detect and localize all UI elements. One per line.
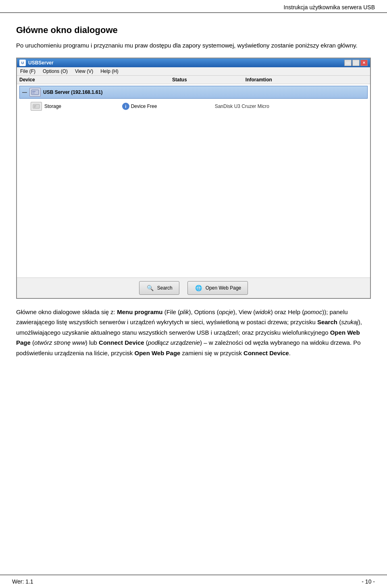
- svg-rect-4: [34, 106, 36, 106]
- screenshot-window: U USBServer — □ ✕ File (F) Options (O) V…: [16, 58, 371, 299]
- app-icon: U: [19, 60, 26, 66]
- close-button[interactable]: ✕: [360, 60, 368, 66]
- col-header-info: Inforamtion: [246, 77, 368, 83]
- body-paragraph-1: Główne okno dialogowe składa się z: Menu…: [16, 307, 371, 358]
- search-button[interactable]: 🔍 Search: [139, 281, 179, 295]
- svg-rect-1: [32, 91, 35, 92]
- table-header: Device Status Inforamtion: [17, 76, 370, 84]
- svg-rect-0: [31, 90, 39, 95]
- menu-file[interactable]: File (F): [19, 68, 37, 75]
- window-title: USBServer: [28, 60, 54, 66]
- col-header-device: Device: [19, 77, 172, 83]
- search-icon: 🔍: [146, 284, 155, 292]
- open-web-page-button[interactable]: 🌐 Open Web Page: [187, 281, 248, 295]
- restore-button[interactable]: □: [352, 60, 360, 66]
- document-title: Instrukcja użytkownika serwera USB: [284, 4, 375, 10]
- col-header-status: Status: [172, 77, 246, 83]
- page-footer: Wer: 1.1 - 10 -: [0, 575, 387, 588]
- svg-rect-3: [33, 104, 40, 108]
- main-content: Główne okno dialogowe Po uruchomieniu pr…: [0, 13, 387, 386]
- intro-text: Po uruchomieniu programu i przyznaniu mu…: [16, 41, 371, 50]
- tree-area: — USB Server (192.168.1.61): [17, 84, 370, 277]
- window-titlebar: U USBServer — □ ✕: [17, 58, 370, 67]
- device-status-text: Device Free: [131, 104, 157, 109]
- page-number: - 10 -: [362, 578, 375, 585]
- window-bottom-bar: 🔍 Search 🌐 Open Web Page: [17, 277, 370, 298]
- menu-view[interactable]: View (V): [73, 68, 95, 75]
- storage-icon: [31, 102, 42, 111]
- collapse-button[interactable]: —: [22, 89, 27, 95]
- titlebar-left: U USBServer: [19, 60, 54, 66]
- page-header: Instrukcja użytkownika serwera USB: [0, 0, 387, 13]
- info-icon: i: [122, 103, 129, 110]
- svg-rect-5: [34, 107, 35, 108]
- version-label: Wer: 1.1: [12, 578, 33, 585]
- device-row[interactable]: Storage i Device Free SanDisk U3 Cruzer …: [19, 100, 368, 112]
- menu-options[interactable]: Options (O): [41, 68, 69, 75]
- server-icon: [29, 88, 41, 97]
- menu-help[interactable]: Help (H): [99, 68, 120, 75]
- web-icon: 🌐: [194, 284, 203, 292]
- device-info: SanDisk U3 Cruzer Micro: [215, 104, 365, 109]
- open-web-button-label: Open Web Page: [206, 285, 241, 291]
- server-row[interactable]: — USB Server (192.168.1.61): [19, 86, 368, 99]
- window-controls[interactable]: — □ ✕: [344, 60, 368, 66]
- device-status: i Device Free: [122, 103, 212, 110]
- search-button-label: Search: [157, 285, 173, 291]
- minimize-button[interactable]: —: [344, 60, 352, 66]
- svg-rect-2: [32, 93, 35, 93]
- device-name: Storage: [44, 104, 120, 109]
- section-title: Główne okno dialogowe: [16, 25, 371, 35]
- server-name: USB Server (192.168.1.61): [43, 89, 102, 95]
- menu-bar: File (F) Options (O) View (V) Help (H): [17, 67, 370, 76]
